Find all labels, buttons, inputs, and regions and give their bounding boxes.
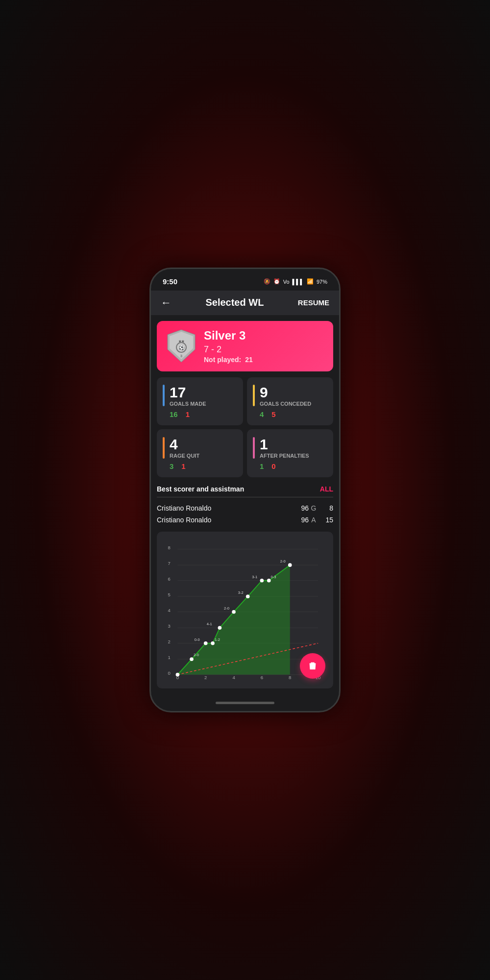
rage-quit-bar <box>163 437 165 459</box>
chart-point-6b <box>267 579 271 583</box>
status-icons: 🔕 ⏰ Vo ▌▌▌ 📶 97% <box>264 278 327 285</box>
svg-text:4: 4 <box>168 608 171 613</box>
all-button[interactable]: ALL <box>320 485 333 493</box>
player-name-1: Cristiano Ronaldo <box>157 504 291 512</box>
player-row: Cristiano Ronaldo 96 G 8 <box>157 502 333 514</box>
chart-label-2: 0-0 <box>195 637 200 642</box>
wifi-icon: 📶 <box>307 278 314 285</box>
page-title: Selected WL <box>205 297 264 308</box>
chart-label-6: 3-1 <box>252 575 257 579</box>
player-name-2: Cristiano Ronaldo <box>157 516 291 524</box>
battery: 97% <box>317 279 327 285</box>
divider <box>157 497 333 497</box>
rage-quit-loss: 1 <box>181 462 185 470</box>
stat-card-rage-quit: 4 RAGE QUIT 3 1 <box>157 429 243 477</box>
goals-conceded-win: 4 <box>260 410 264 418</box>
chart-label-7: 2-0 <box>280 560 286 564</box>
goals-made-win: 16 <box>170 410 178 418</box>
chart-point-2b <box>211 641 215 645</box>
header: ← Selected WL RESUME <box>151 291 339 315</box>
stat-card-goals-made: 17 GOALS MADE 16 1 <box>157 377 243 425</box>
stat-card-goals-conceded: 9 GOALS CONCEDED 4 5 <box>247 377 333 425</box>
goals-made-loss: 1 <box>186 410 190 418</box>
player-type-1: G <box>309 504 318 512</box>
goals-conceded-bar <box>253 385 255 406</box>
svg-text:0: 0 <box>168 670 171 676</box>
rage-quit-sub: 3 1 <box>163 462 237 470</box>
svg-text:4: 4 <box>232 675 235 681</box>
after-penalties-label: AFTER PENALTIES <box>260 453 309 459</box>
rage-quit-number: 4 <box>170 436 199 453</box>
status-bar: 9:50 🔕 ⏰ Vo ▌▌▌ 📶 97% <box>151 269 339 291</box>
goals-conceded-number: 9 <box>260 384 311 401</box>
home-indicator <box>151 694 339 711</box>
rage-quit-label: RAGE QUIT <box>170 453 199 459</box>
svg-text:⚽: ⚽ <box>179 345 185 351</box>
back-button[interactable]: ← <box>161 296 172 309</box>
svg-text:2: 2 <box>168 639 171 644</box>
rank-card: ★★ ⚽ 3 Silver 3 7 - 2 Not played: 21 <box>157 321 333 371</box>
chart-point-6 <box>260 579 264 583</box>
chart-label-6b: 0-3 <box>271 575 276 579</box>
svg-text:6: 6 <box>168 576 171 582</box>
svg-text:2: 2 <box>204 675 207 681</box>
chart-point-4 <box>232 610 236 614</box>
status-time: 9:50 <box>163 277 177 286</box>
player-value-1: 8 <box>318 504 333 512</box>
goals-conceded-sub: 4 5 <box>253 410 327 418</box>
goals-made-label: GOALS MADE <box>170 401 206 407</box>
svg-text:6: 6 <box>261 675 263 681</box>
after-penalties-win: 1 <box>260 462 264 470</box>
svg-text:8: 8 <box>289 675 291 681</box>
chart-green-area <box>177 565 290 675</box>
player-rating-1: 96 <box>291 504 309 512</box>
home-bar <box>216 702 274 704</box>
chart-point-3 <box>218 626 222 630</box>
rank-name: Silver 3 <box>204 329 323 343</box>
after-penalties-bar <box>253 437 255 459</box>
chart-point-2 <box>204 641 208 645</box>
chart-point-0 <box>176 673 180 677</box>
stats-grid: 17 GOALS MADE 16 1 9 GOALS CONCEDED <box>157 377 333 477</box>
trash-icon <box>307 661 318 671</box>
svg-text:5: 5 <box>168 592 171 597</box>
phone-frame: 9:50 🔕 ⏰ Vo ▌▌▌ 📶 97% ← Selected WL RESU… <box>149 268 341 712</box>
chart-container: 0 1 2 3 4 5 6 7 8 0 2 4 6 8 10 <box>157 532 333 688</box>
svg-text:3: 3 <box>180 354 183 358</box>
player-type-2: A <box>309 516 318 524</box>
mute-icon: 🔕 <box>264 278 270 285</box>
chart-label-5: 3-2 <box>238 591 244 595</box>
chart-label-2b: 1-2 <box>215 637 220 642</box>
svg-text:8: 8 <box>168 545 171 550</box>
chart-point-7 <box>288 564 292 567</box>
chart-point-1 <box>190 658 194 662</box>
rank-shield-icon: ★★ ⚽ 3 <box>167 329 196 363</box>
signal-icon: Vo <box>283 279 290 285</box>
after-penalties-sub: 1 0 <box>253 462 327 470</box>
goals-conceded-loss: 5 <box>271 410 275 418</box>
best-scorer-header: Best scorer and assistman ALL <box>157 485 333 493</box>
rank-info: Silver 3 7 - 2 Not played: 21 <box>204 329 323 364</box>
main-content: ★★ ⚽ 3 Silver 3 7 - 2 Not played: 21 <box>151 315 339 694</box>
player-rating-2: 96 <box>291 516 309 524</box>
delete-fab-button[interactable] <box>300 653 325 679</box>
alarm-icon: ⏰ <box>273 278 280 285</box>
rank-score: 7 - 2 <box>204 344 323 355</box>
chart-point-5 <box>246 595 250 599</box>
stat-card-after-penalties: 1 AFTER PENALTIES 1 0 <box>247 429 333 477</box>
player-row-2: Cristiano Ronaldo 96 A 15 <box>157 514 333 526</box>
goals-made-bar <box>163 385 165 406</box>
resume-button[interactable]: RESUME <box>298 298 329 307</box>
svg-text:1: 1 <box>168 655 171 660</box>
best-scorer-title: Best scorer and assistman <box>157 485 244 493</box>
network-icon: ▌▌▌ <box>293 279 304 285</box>
svg-text:3: 3 <box>168 623 171 629</box>
after-penalties-loss: 0 <box>271 462 275 470</box>
goals-made-number: 17 <box>170 384 206 401</box>
chart-label-1: 2-0 <box>194 653 199 657</box>
player-value-2: 15 <box>318 516 333 524</box>
chart-label-3: 4-1 <box>207 622 212 627</box>
goals-conceded-label: GOALS CONCEDED <box>260 401 311 407</box>
chart-label-4: 2-0 <box>224 606 229 611</box>
rage-quit-win: 3 <box>170 462 173 470</box>
